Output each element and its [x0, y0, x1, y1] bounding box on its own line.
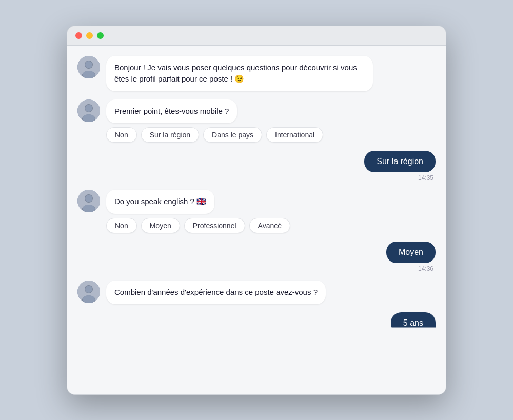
bot-message-row-2: Premier point, êtes-vous mobile ? [77, 99, 436, 124]
app-window: Bonjour ! Je vais vous poser quelques qu… [67, 26, 446, 395]
maximize-button[interactable] [97, 32, 104, 39]
user-bubble-region: Sur la région [364, 151, 436, 172]
bot-message-group-1: Bonjour ! Je vais vous poser quelques qu… [77, 56, 436, 91]
svg-point-18 [85, 286, 92, 293]
option-non-2[interactable]: Non [106, 218, 137, 233]
timestamp-1: 14:35 [418, 174, 436, 182]
english-question: Do you speak english ? 🇬🇧 [106, 190, 214, 214]
bot-message-row-3: Do you speak english ? 🇬🇧 [77, 190, 436, 214]
option-professionnel[interactable]: Professionnel [184, 218, 245, 233]
user-bubble-5ans: 5 ans [391, 312, 436, 334]
option-non-1[interactable]: Non [106, 127, 137, 143]
intro-message: Bonjour ! Je vais vous poser quelques qu… [106, 56, 373, 91]
bot-message-row-4: Combien d'années d'expérience dans ce po… [77, 281, 436, 305]
timestamp-2: 14:36 [418, 265, 436, 272]
user-bubble-moyen: Moyen [386, 242, 436, 263]
titlebar [67, 26, 446, 46]
bot-message-group-3: Do you speak english ? 🇬🇧 Non Moyen Prof… [77, 190, 436, 233]
svg-point-3 [85, 61, 92, 68]
bot-message-group-2: Premier point, êtes-vous mobile ? Non Su… [77, 99, 436, 143]
svg-point-8 [85, 105, 92, 112]
svg-point-13 [85, 195, 92, 202]
option-dans-le-pays[interactable]: Dans le pays [203, 127, 262, 143]
option-international[interactable]: International [266, 127, 323, 143]
avatar-2 [77, 99, 100, 122]
user-reply-2: Moyen 14:36 [77, 242, 436, 272]
close-button[interactable] [75, 32, 82, 39]
mobile-question: Premier point, êtes-vous mobile ? [106, 99, 237, 124]
avatar [77, 56, 100, 78]
option-moyen[interactable]: Moyen [141, 218, 180, 233]
chat-area: Bonjour ! Je vais vous poser quelques qu… [67, 46, 446, 394]
minimize-button[interactable] [86, 32, 93, 39]
avatar-4 [77, 281, 100, 303]
option-sur-la-region[interactable]: Sur la région [141, 127, 199, 143]
avatar-3 [77, 190, 100, 212]
english-options: Non Moyen Professionnel Avancé [77, 218, 436, 233]
option-avance[interactable]: Avancé [249, 218, 290, 233]
mobile-options: Non Sur la région Dans le pays Internati… [77, 127, 436, 143]
user-reply-1: Sur la région 14:35 [77, 151, 436, 182]
bot-message-group-4: Combien d'années d'expérience dans ce po… [77, 281, 436, 305]
user-reply-3: 5 ans [77, 312, 436, 334]
experience-question: Combien d'années d'expérience dans ce po… [106, 281, 326, 305]
bot-message-row: Bonjour ! Je vais vous poser quelques qu… [77, 56, 436, 91]
